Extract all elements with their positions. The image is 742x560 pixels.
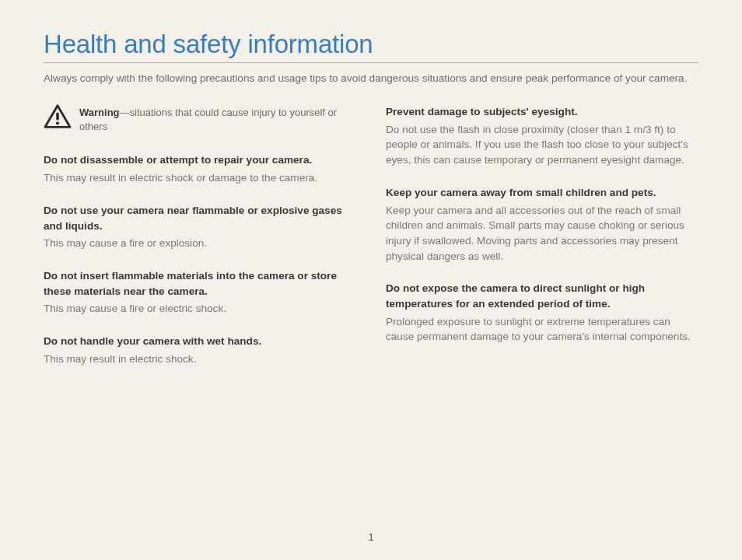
safety-section: Do not expose the camera to direct sunli…	[386, 281, 698, 345]
safety-section: Keep your camera away from small childre…	[386, 185, 698, 264]
svg-rect-0	[56, 113, 59, 121]
section-body: Prolonged exposure to sunlight or extrem…	[386, 314, 698, 345]
warning-text: Warning—situations that could cause inju…	[79, 104, 356, 134]
svg-point-1	[56, 121, 59, 124]
safety-section: Do not handle your camera with wet hands…	[44, 334, 356, 366]
section-heading: Prevent damage to subjects' eyesight.	[386, 104, 698, 120]
section-body: This may cause a fire or explosion.	[44, 236, 356, 251]
section-heading: Do not expose the camera to direct sunli…	[386, 281, 698, 311]
page-number: 1	[0, 531, 742, 543]
section-heading: Do not use your camera near flammable or…	[44, 203, 356, 233]
section-heading: Do not handle your camera with wet hands…	[44, 334, 356, 349]
warning-label: Warning	[79, 107, 120, 118]
section-heading: Do not disassemble or attempt to repair …	[44, 152, 356, 168]
section-body: Keep your camera and all accessories out…	[386, 203, 698, 264]
intro-text: Always comply with the following precaut…	[44, 71, 698, 86]
section-body: This may result in electric shock.	[44, 352, 356, 367]
section-heading: Do not insert flammable materials into t…	[44, 268, 356, 299]
warning-icon	[44, 104, 72, 129]
safety-section: Do not insert flammable materials into t…	[44, 268, 356, 317]
content-columns: Warning—situations that could cause inju…	[44, 104, 698, 383]
section-body: Do not use the flash in close proximity …	[386, 122, 698, 168]
safety-section: Do not disassemble or attempt to repair …	[44, 152, 356, 185]
page-title: Health and safety information	[44, 30, 698, 63]
warning-callout: Warning—situations that could cause inju…	[44, 104, 356, 134]
left-column: Warning—situations that could cause inju…	[44, 104, 356, 383]
safety-section: Prevent damage to subjects' eyesight. Do…	[386, 104, 698, 168]
right-column: Prevent damage to subjects' eyesight. Do…	[386, 104, 698, 383]
section-body: This may result in electric shock or dam…	[44, 170, 356, 186]
section-body: This may cause a fire or electric shock.	[44, 301, 356, 317]
section-heading: Keep your camera away from small childre…	[386, 185, 698, 201]
safety-section: Do not use your camera near flammable or…	[44, 203, 356, 251]
